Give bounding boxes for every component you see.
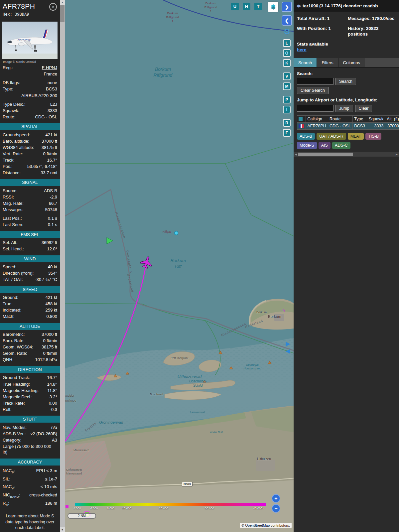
data-label: ADS-B Ver.: <box>3 431 26 437</box>
next-icon: ▶ <box>298 4 300 8</box>
map-button-p[interactable]: P <box>283 96 291 103</box>
data-row: SIL:≤ 1e-7 <box>0 475 60 483</box>
jump-input[interactable] <box>297 105 333 112</box>
data-label: Magnetic Decl.: <box>3 394 33 400</box>
scroll-right-icon[interactable]: ▶ <box>394 152 399 157</box>
data-row: Magnetic Decl.:3.2° <box>0 394 60 400</box>
data-row: Mach:0.800 <box>0 314 60 320</box>
map-button-r[interactable]: R <box>283 119 291 127</box>
map-base-art: ✈ <box>65 0 294 532</box>
column-header[interactable]: Type <box>353 115 367 122</box>
cyan-marker[interactable] <box>175 231 178 235</box>
search-button[interactable]: Search <box>335 78 356 85</box>
map-button-i[interactable]: I <box>283 106 291 113</box>
data-value[interactable]: F-HPNJ <box>42 65 57 70</box>
data-value: < 10 m/s <box>41 484 57 490</box>
with-position: With Position: 1 <box>297 26 346 37</box>
scroll-down-icon[interactable]: ▼ <box>60 527 65 532</box>
data-label: RC: <box>3 501 9 507</box>
tab-filters[interactable]: Filters <box>317 58 338 67</box>
data-row: Sel. Head.:12.0° <box>0 246 60 252</box>
data-row: Category:A3 <box>0 437 60 443</box>
column-header[interactable]: Squawk <box>367 115 385 122</box>
jump-clear-button[interactable]: Clear <box>355 105 372 112</box>
clear-search-button[interactable]: Clear Search <box>297 87 329 94</box>
layers-button[interactable] <box>268 2 278 12</box>
aircraft-photo[interactable]: AIRFRANCE <box>2 22 58 59</box>
data-row: Ground Track:16.7° <box>0 375 60 381</box>
data-label: TAT / OAT: <box>3 277 23 282</box>
data-row: Route:CDG - OSL <box>0 114 60 120</box>
sidebar-collapse-button[interactable]: ❮ <box>282 15 292 26</box>
aircraft-icon[interactable] <box>139 255 154 269</box>
table-horizontal-scrollbar[interactable]: ◀ ▶ <box>294 152 399 157</box>
column-header[interactable] <box>297 115 306 122</box>
filter-badge-mlat[interactable]: MLAT <box>348 133 364 140</box>
data-label: Ground: <box>3 295 18 300</box>
map-button-u[interactable]: U <box>231 3 239 10</box>
close-icon[interactable]: × <box>49 3 57 11</box>
data-row: ADS-B Ver.:v2 (DO-260B) <box>0 431 60 437</box>
table-row[interactable]: AFR78PH CDG - OSL BCS3 3333 37000 <box>297 122 399 129</box>
filter-badge-ads-c[interactable]: ADS-C <box>332 142 350 149</box>
map-button-m[interactable]: M <box>283 82 291 90</box>
map-canvas[interactable]: ✈ Borkum Riffgrund 1 Borkum Riffgrund 2 … <box>65 0 294 532</box>
sidebar-expand-button[interactable]: ❯ <box>282 2 292 12</box>
left-panel-scrollbar[interactable]: ▲ ▼ <box>60 0 65 532</box>
data-row: Messages:50748 <box>0 207 60 213</box>
tab-columns[interactable]: Columns <box>338 58 365 67</box>
map-button-o[interactable]: O <box>283 49 291 57</box>
data-value: none <box>48 80 57 85</box>
panel-nav-arrows[interactable]: ◀▶ <box>296 4 301 8</box>
map-button-k[interactable]: K <box>283 59 291 67</box>
filter-badge-ads-b[interactable]: ADS-B <box>297 133 315 140</box>
column-header[interactable]: Alt. (ft) <box>385 115 399 122</box>
column-header[interactable]: Callsign <box>306 115 328 122</box>
callsign-cell[interactable]: AFR78PH <box>306 122 328 129</box>
data-value: 0 ft/min <box>43 151 57 157</box>
settings-button[interactable]: ⚙ <box>283 27 291 36</box>
scroll-up-icon[interactable]: ▲ <box>60 0 65 5</box>
hscroll-thumb[interactable] <box>298 153 353 156</box>
scrollbar-thumb[interactable] <box>60 5 65 22</box>
data-row: Squawk:3333 <box>0 107 60 114</box>
data-row: France <box>0 71 60 77</box>
tar1090-panel: ◀▶ tar1090 (3.14.1776) decoder: readsb T… <box>294 0 399 532</box>
zoom-in-button[interactable]: + <box>272 494 280 503</box>
legend-tick-label: 30 000 <box>205 507 214 510</box>
decoder-link[interactable]: readsb <box>363 3 378 8</box>
hscroll-track[interactable] <box>298 152 394 157</box>
scroll-left-icon[interactable]: ◀ <box>294 152 298 157</box>
tab-search[interactable]: Search <box>294 58 317 67</box>
park-boundaries <box>65 143 294 375</box>
section-header: SIGNAL <box>0 179 60 186</box>
filter-badge-ais[interactable]: AIS <box>319 142 331 149</box>
app-title-link[interactable]: tar1090 <box>303 3 318 8</box>
map-button-l[interactable]: L <box>283 39 291 47</box>
zoom-out-button[interactable]: − <box>272 504 280 513</box>
map-button-h[interactable]: H <box>243 3 250 10</box>
filter-badge-uat-ads-r[interactable]: UAT / ADS-R <box>317 133 346 140</box>
flag-cell <box>297 122 306 129</box>
app-header: ◀▶ tar1090 (3.14.1776) decoder: readsb <box>294 0 399 12</box>
map-button-f[interactable]: F <box>283 129 291 137</box>
data-row: Source:ADS-B <box>0 188 60 194</box>
search-form: Search: Search Clear Search Jump to Airp… <box>294 68 399 112</box>
panel-footer-note: Learn more about Mode S data type by hov… <box>0 513 60 531</box>
data-value: EPU < 3 m <box>36 468 57 474</box>
map-button-v[interactable]: V <box>283 72 291 80</box>
data-row: Indicated:259 kt <box>0 307 60 314</box>
green-aircraft-marker[interactable] <box>107 237 113 244</box>
scrollbar-track[interactable] <box>60 5 65 527</box>
stats-link[interactable]: here <box>297 47 307 52</box>
jump-button[interactable]: Jump <box>335 105 353 112</box>
map-button-t[interactable]: T <box>254 3 262 10</box>
filter-badge-tis-b[interactable]: TIS-B <box>365 133 381 140</box>
data-label: SIL: <box>3 476 10 482</box>
section-header: DIRECTION <box>0 366 60 373</box>
filter-badge-mode-s[interactable]: Mode-S <box>297 142 317 149</box>
search-input[interactable] <box>297 78 333 85</box>
column-header[interactable]: Route <box>328 115 353 122</box>
data-row: True:458 kt <box>0 301 60 307</box>
data-value: 0 ft/min <box>43 338 57 343</box>
